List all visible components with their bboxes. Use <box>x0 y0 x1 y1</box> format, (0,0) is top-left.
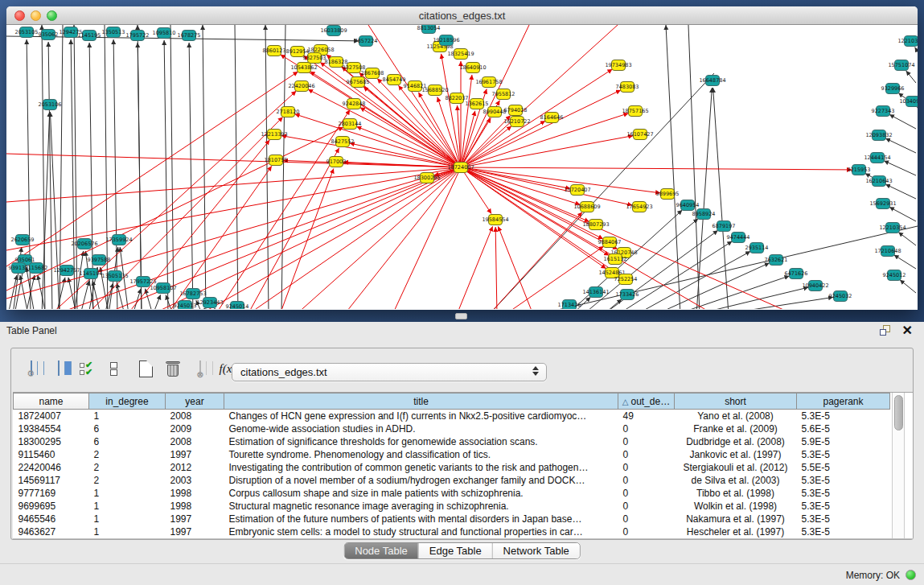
citation-edge-red[interactable] <box>6 167 461 250</box>
table-cell: 9777169 <box>14 487 89 500</box>
table-scrollbar-thumb[interactable] <box>894 395 903 431</box>
table-scrollbar[interactable] <box>892 393 905 539</box>
column-header-year[interactable]: year <box>166 393 224 410</box>
column-header-title[interactable]: title <box>224 393 618 410</box>
citation-edge-red[interactable] <box>6 167 461 299</box>
citation-edge-black[interactable] <box>884 161 916 175</box>
citation-edge-red[interactable] <box>461 75 472 167</box>
table-row[interactable]: 946362711997Embryonic stem cells: a mode… <box>14 525 890 538</box>
row-height-icon[interactable] <box>101 356 125 381</box>
citation-edge-red[interactable] <box>6 154 461 167</box>
table-cell: 5.3E-5 <box>797 410 890 422</box>
zoom-window-button[interactable] <box>47 10 57 21</box>
tab-network-table[interactable]: Network Table <box>492 543 580 558</box>
table-cell: Estimation of significance thresholds fo… <box>224 435 618 448</box>
citation-edge-black[interactable] <box>900 280 916 293</box>
citation-edge-black[interactable] <box>906 71 916 83</box>
citation-edge-black[interactable] <box>138 43 142 309</box>
window-titlebar[interactable]: citations_edges.txt <box>6 6 918 25</box>
citation-edge-red[interactable] <box>461 167 570 188</box>
table-selector-dropdown[interactable]: citations_edges.txt <box>232 363 547 381</box>
table-cell: 9463627 <box>14 525 89 538</box>
citation-edge-black[interactable] <box>915 47 918 61</box>
graph-node-label: 22420046 <box>288 83 314 89</box>
citation-edge-black[interactable] <box>889 207 916 221</box>
column-header-in_degree[interactable]: in_degree <box>89 393 166 410</box>
citation-edge-black[interactable] <box>695 287 808 309</box>
graph-node-label: 9327503 <box>303 55 326 61</box>
network-graph-canvas[interactable]: 1872400788601238912954182260589327503818… <box>6 25 918 309</box>
citation-edge-black[interactable] <box>74 251 84 309</box>
citation-edge-red[interactable] <box>248 167 461 309</box>
graph-node-label: 2053106 <box>39 101 62 108</box>
memory-status-icon[interactable] <box>906 570 916 580</box>
delete-table-icon[interactable] <box>161 356 185 381</box>
table-row[interactable]: 911546021997Tourette syndrome. Phenomeno… <box>14 448 890 461</box>
table-cell: 1998 <box>166 487 224 500</box>
citation-edge-black[interactable] <box>235 25 238 309</box>
table-cell: 5.3E-5 <box>797 525 890 538</box>
citation-edge-black[interactable] <box>113 39 117 309</box>
citation-edge-red[interactable] <box>505 246 604 309</box>
table-row[interactable]: 1456911722003Disruption of a novel membe… <box>14 474 890 487</box>
citation-edge-black[interactable] <box>688 25 700 309</box>
table-mode-icon[interactable]: ⚙ <box>19 356 43 381</box>
citation-edge-black[interactable] <box>636 251 750 309</box>
citation-edge-red[interactable] <box>498 226 533 309</box>
citation-edge-red[interactable] <box>6 127 343 290</box>
table-row[interactable]: 2242004622012Investigating the contribut… <box>14 461 890 474</box>
citation-edge-red[interactable] <box>308 89 461 167</box>
graph-node-label: 9227343 <box>872 108 895 114</box>
table-row[interactable]: 969969511998Structural magnetic resonanc… <box>14 500 890 513</box>
column-header-short[interactable]: short <box>675 393 797 410</box>
citation-edge-red[interactable] <box>199 167 461 309</box>
citation-edge-red[interactable] <box>461 167 852 170</box>
citation-edge-black[interactable] <box>189 43 193 309</box>
citation-edge-red[interactable] <box>461 167 580 204</box>
citation-edge-black[interactable] <box>117 283 125 309</box>
show-columns-icon[interactable] <box>47 356 71 381</box>
citation-edge-black[interactable] <box>885 138 916 153</box>
citation-edge-black[interactable] <box>203 25 206 309</box>
panel-resize-grip[interactable] <box>455 313 467 319</box>
table-row[interactable]: 977716911998Corpus callosum shape and si… <box>14 487 890 500</box>
citation-edge-black[interactable] <box>105 25 108 309</box>
citation-edge-black[interactable] <box>215 308 220 309</box>
citation-edge-black[interactable] <box>153 295 161 309</box>
citation-edge-red[interactable] <box>489 212 582 309</box>
graph-node-label: 8912954 <box>286 48 310 55</box>
citation-edge-black[interactable] <box>894 255 916 269</box>
column-header-out_de[interactable]: △out_de… <box>618 393 675 410</box>
column-header-name[interactable]: name <box>14 393 89 410</box>
close-panel-icon[interactable]: ✕ <box>902 323 913 338</box>
tab-edge-table[interactable]: Edge Table <box>418 543 492 558</box>
citation-edge-black[interactable] <box>885 184 916 199</box>
float-panel-icon[interactable] <box>880 325 892 337</box>
citation-edge-black[interactable] <box>170 25 174 309</box>
citation-edge-red[interactable] <box>495 227 497 309</box>
citation-edge-black[interactable] <box>713 88 729 309</box>
citation-edge-red[interactable] <box>457 226 493 309</box>
minimize-window-button[interactable] <box>31 10 41 21</box>
citation-edge-black[interactable] <box>265 25 269 309</box>
citation-edge-red[interactable] <box>296 167 461 309</box>
citation-edge-black[interactable] <box>676 276 789 309</box>
graph-node-label: 17359924 <box>105 237 132 243</box>
graph-node-label: 2803144 <box>339 121 362 127</box>
new-table-icon[interactable] <box>133 356 158 381</box>
table-row[interactable]: 1938455462009Genome-wide association stu… <box>14 422 890 435</box>
citation-edge-black[interactable] <box>666 25 680 309</box>
close-window-button[interactable] <box>14 10 25 21</box>
citation-edge-black[interactable] <box>898 232 916 245</box>
table-row[interactable]: 946554611997Estimation of the future num… <box>14 513 890 525</box>
citation-edge-black[interactable] <box>889 114 916 129</box>
table-row[interactable]: 1872400712008Changes of HCN gene express… <box>14 410 890 422</box>
citation-edge-red[interactable] <box>461 111 475 167</box>
tab-node-table[interactable]: Node Table <box>344 543 418 558</box>
citation-edge-black[interactable] <box>720 297 833 309</box>
column-header-pagerank[interactable]: pagerank <box>797 393 890 410</box>
table-cell: 0 <box>618 435 675 448</box>
table-row[interactable]: 1830029562008Estimation of significance … <box>14 435 890 448</box>
select-columns-icon[interactable]: ✔✔ <box>74 356 98 381</box>
citation-edge-red[interactable] <box>151 167 461 309</box>
